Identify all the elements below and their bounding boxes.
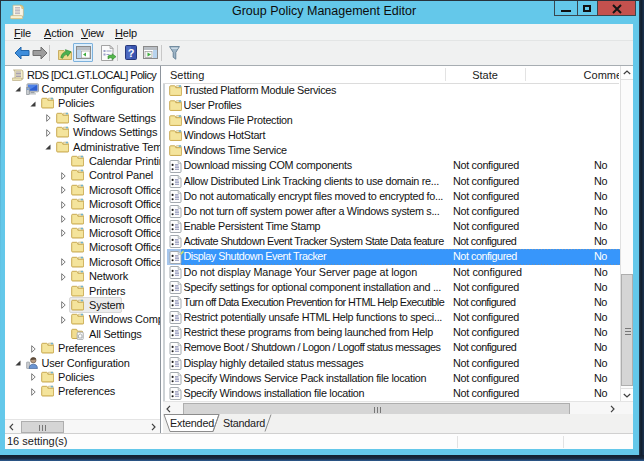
svg-text:Standard: Standard — [223, 417, 265, 429]
svg-text:?: ? — [128, 47, 135, 59]
svg-text:Extended: Extended — [170, 417, 214, 429]
